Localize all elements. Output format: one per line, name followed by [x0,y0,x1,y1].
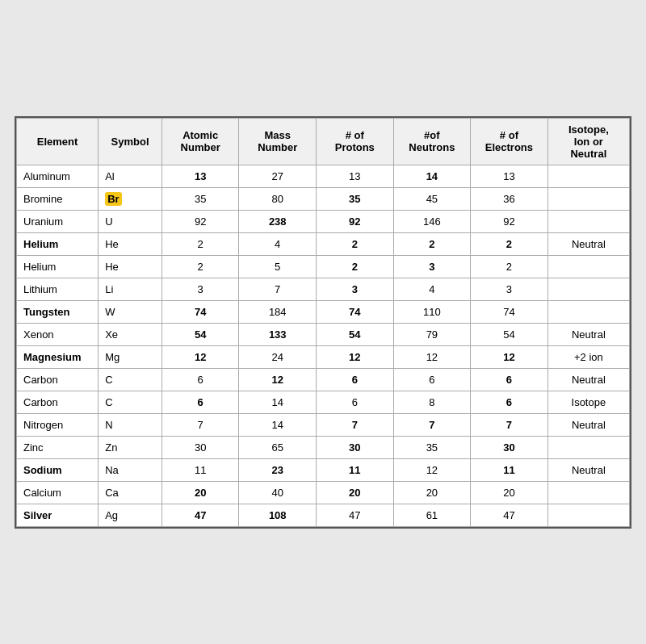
cell-symbol: Li [99,278,162,300]
cell-neutrons: 20 [393,481,471,504]
cell-neutrons: 146 [393,210,471,232]
table-row: UraniumU922389214692 [17,210,630,232]
cell-neutrons: 35 [393,436,471,458]
cell-atomic-number: 6 [162,368,239,391]
cell-element: Lithium [17,278,99,300]
cell-symbol: N [99,413,162,436]
cell-element: Magnesium [17,345,99,368]
cell-element: Sodium [17,458,99,481]
cell-isotope [547,165,629,187]
cell-symbol: U [99,210,162,232]
cell-element: Xenon [17,323,99,345]
header-element: Element [17,118,99,165]
header-protons: # ofProtons [317,118,394,165]
table-row: SilverAg47108476147 [17,504,630,526]
cell-element: Carbon [17,391,99,413]
cell-element: Uranium [17,210,99,232]
main-container: Element Symbol AtomicNumber MassNumber #… [15,116,631,529]
cell-protons: 35 [317,187,394,210]
table-row: HeliumHe25232 [17,255,630,278]
cell-element: Bromine [17,187,99,210]
cell-neutrons: 12 [393,458,471,481]
cell-atomic-number: 54 [162,323,239,345]
cell-protons: 30 [317,436,394,458]
cell-mass-number: 5 [239,255,317,278]
cell-mass-number: 7 [239,278,317,300]
periodic-table: Element Symbol AtomicNumber MassNumber #… [16,118,630,527]
cell-symbol: Al [99,165,162,187]
cell-atomic-number: 6 [162,391,239,413]
cell-mass-number: 27 [239,165,317,187]
cell-isotope [547,436,629,458]
cell-neutrons: 12 [393,345,471,368]
cell-electrons: 2 [471,232,548,255]
cell-atomic-number: 13 [162,165,239,187]
table-row: AluminumAl1327131413 [17,165,630,187]
cell-neutrons: 3 [393,255,471,278]
cell-element: Calcium [17,481,99,504]
cell-atomic-number: 12 [162,345,239,368]
cell-neutrons: 14 [393,165,471,187]
cell-mass-number: 133 [239,323,317,345]
cell-neutrons: 8 [393,391,471,413]
cell-neutrons: 79 [393,323,471,345]
cell-element: Tungsten [17,300,99,323]
table-row: LithiumLi37343 [17,278,630,300]
table-row: MagnesiumMg1224121212+2 ion [17,345,630,368]
cell-neutrons: 2 [393,232,471,255]
cell-symbol: C [99,368,162,391]
cell-atomic-number: 20 [162,481,239,504]
cell-mass-number: 238 [239,210,317,232]
cell-atomic-number: 2 [162,255,239,278]
cell-electrons: 11 [471,458,548,481]
cell-symbol: C [99,391,162,413]
cell-symbol: Ca [99,481,162,504]
cell-electrons: 36 [471,187,548,210]
cell-electrons: 92 [471,210,548,232]
cell-mass-number: 40 [239,481,317,504]
cell-element: Carbon [17,368,99,391]
table-row: CarbonC614686Isotope [17,391,630,413]
table-row: HeliumHe24222Neutral [17,232,630,255]
table-row: BromineBr3580354536 [17,187,630,210]
cell-mass-number: 14 [239,413,317,436]
cell-atomic-number: 47 [162,504,239,526]
cell-protons: 12 [317,345,394,368]
header-electrons: # ofElectrons [471,118,548,165]
cell-symbol: Zn [99,436,162,458]
table-row: NitrogenN714777Neutral [17,413,630,436]
cell-isotope: Neutral [547,323,629,345]
header-row: Element Symbol AtomicNumber MassNumber #… [17,118,630,165]
cell-electrons: 20 [471,481,548,504]
cell-neutrons: 61 [393,504,471,526]
cell-protons: 7 [317,413,394,436]
cell-atomic-number: 2 [162,232,239,255]
cell-electrons: 47 [471,504,548,526]
cell-element: Helium [17,232,99,255]
cell-protons: 47 [317,504,394,526]
table-row: SodiumNa1123111211Neutral [17,458,630,481]
cell-isotope [547,481,629,504]
cell-symbol: W [99,300,162,323]
cell-atomic-number: 7 [162,413,239,436]
cell-mass-number: 24 [239,345,317,368]
cell-atomic-number: 35 [162,187,239,210]
cell-symbol: He [99,232,162,255]
cell-isotope: Neutral [547,413,629,436]
cell-protons: 74 [317,300,394,323]
cell-isotope [547,504,629,526]
table-row: CalciumCa2040202020 [17,481,630,504]
header-atomic-number: AtomicNumber [162,118,239,165]
cell-protons: 13 [317,165,394,187]
cell-atomic-number: 11 [162,458,239,481]
cell-protons: 3 [317,278,394,300]
cell-isotope: +2 ion [547,345,629,368]
cell-symbol: He [99,255,162,278]
cell-protons: 2 [317,255,394,278]
cell-isotope: Neutral [547,232,629,255]
cell-isotope: Neutral [547,458,629,481]
cell-electrons: 2 [471,255,548,278]
table-row: ZincZn3065303530 [17,436,630,458]
header-neutrons: #ofNeutrons [393,118,471,165]
cell-mass-number: 108 [239,504,317,526]
